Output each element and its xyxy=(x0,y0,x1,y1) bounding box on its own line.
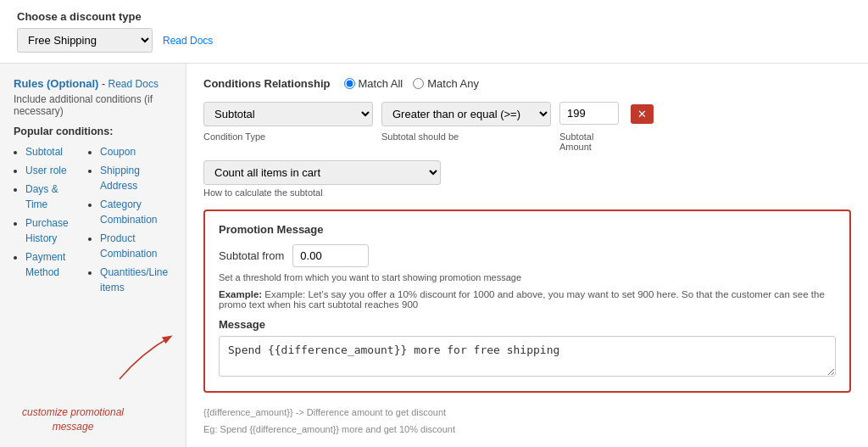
conditions-relationship-label: Conditions Relationship xyxy=(203,77,331,90)
sidebar-read-docs-link[interactable]: Read Docs xyxy=(108,78,159,90)
discount-type-label: Choose a discount type xyxy=(17,10,851,23)
match-all-label: Match All xyxy=(359,77,403,90)
message-label: Message xyxy=(219,318,836,331)
label-subtotal-amount: Subtotal Amount xyxy=(559,131,619,152)
subtotal-from-label: Subtotal from xyxy=(219,249,284,262)
arrow-customize-svg xyxy=(115,328,183,396)
main-container: Rules (Optional) - Read Docs Include add… xyxy=(0,64,868,447)
sidebar-item-user-role[interactable]: User role xyxy=(25,165,67,176)
sidebar-item-payment-method[interactable]: Payment Method xyxy=(25,251,65,278)
sidebar-item-quantities-line-items[interactable]: Quantities/Line items xyxy=(100,266,168,293)
footer-hint2: Eg: Spend {{difference_amount}} more and… xyxy=(203,422,851,439)
subtotal-from-row: Subtotal from xyxy=(219,244,836,267)
match-all-radio[interactable] xyxy=(344,78,355,89)
threshold-hint: Set a threshold from which you want to s… xyxy=(219,272,836,282)
sidebar-item-category-combination[interactable]: Category Combination xyxy=(100,198,157,226)
content-area: Conditions Relationship Match All Match … xyxy=(186,64,868,447)
how-to-select[interactable]: Count all items in cart Count unique ite… xyxy=(203,160,441,185)
sidebar-item-purchase-history[interactable]: Purchase History xyxy=(25,217,69,244)
top-section: Choose a discount type Free Shipping Rea… xyxy=(0,0,868,64)
how-to-label: How to calculate the subtotal xyxy=(203,187,851,198)
promo-box-title: Promotion Message xyxy=(219,223,836,236)
match-any-radio[interactable] xyxy=(413,78,424,89)
footer-hint1: {{difference_amount}} -> Difference amou… xyxy=(203,405,851,422)
match-any-label: Match Any xyxy=(427,77,479,90)
condition-labels: Condition Type Subtotal should be Subtot… xyxy=(203,131,851,152)
sidebar-item-subtotal[interactable]: Subtotal xyxy=(25,146,63,158)
sidebar-subtitle: Include additional conditions (if necess… xyxy=(14,93,172,117)
discount-type-select[interactable]: Free Shipping xyxy=(17,28,153,53)
example-text: Example: Example: Let's say you offer a … xyxy=(219,289,836,310)
sidebar-item-product-combination[interactable]: Product Combination xyxy=(100,232,157,260)
label-subtotal-should: Subtotal should be xyxy=(381,131,551,152)
radio-group: Match All Match Any xyxy=(344,77,479,90)
sidebar-title: Rules (Optional) xyxy=(14,77,98,90)
how-to-row: Count all items in cart Count unique ite… xyxy=(203,160,851,198)
delete-condition-button[interactable]: ✕ xyxy=(631,104,654,124)
match-any-option[interactable]: Match Any xyxy=(413,77,479,90)
conditions-relationship: Conditions Relationship Match All Match … xyxy=(203,77,851,90)
footer-hints: {{difference_amount}} -> Difference amou… xyxy=(203,405,851,439)
sidebar-item-shipping-address[interactable]: Shipping Address xyxy=(100,165,140,192)
sidebar: Rules (Optional) - Read Docs Include add… xyxy=(0,64,186,447)
sidebar-popular-label: Popular conditions: xyxy=(14,126,172,137)
sidebar-item-days-time[interactable]: Days & Time xyxy=(25,183,58,210)
condition-type-select[interactable]: Subtotal User role Days & Time Purchase … xyxy=(203,102,373,126)
subtotal-from-input[interactable] xyxy=(292,244,369,267)
label-condition-type: Condition Type xyxy=(203,131,373,152)
condition-row: Subtotal User role Days & Time Purchase … xyxy=(203,102,851,126)
match-all-option[interactable]: Match All xyxy=(344,77,403,90)
annotation-customize: customize promotionalmessage xyxy=(14,405,132,434)
condition-op-select[interactable]: Greater than or equal (>=) Less than or … xyxy=(381,102,551,126)
sidebar-item-coupon[interactable]: Coupon xyxy=(100,146,136,158)
message-textarea[interactable]: Spend {{difference_amount}} more for fre… xyxy=(219,336,836,377)
promo-box: Promotion Message Subtotal from Set a th… xyxy=(203,210,851,393)
condition-value-input[interactable] xyxy=(559,102,619,125)
read-docs-link-top[interactable]: Read Docs xyxy=(163,35,213,47)
